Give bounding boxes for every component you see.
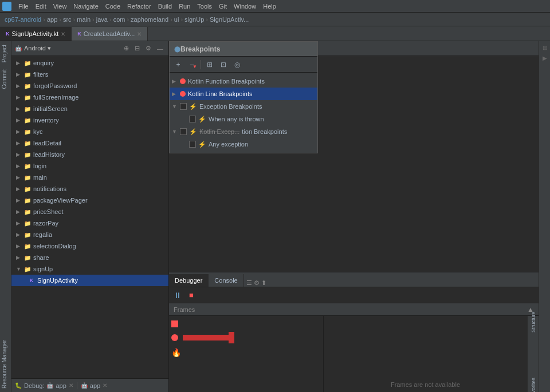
bp-checkbox[interactable] xyxy=(189,116,196,122)
expand-arrow: ▶ xyxy=(16,163,22,169)
tree-item-selectiondialog[interactable]: ▶ 📁 selectionDialog xyxy=(11,240,168,252)
sidebar-right-icon-2[interactable]: ▶ xyxy=(541,54,549,62)
expand-arrow: ▼ xyxy=(172,129,178,134)
tree-item-razorpay[interactable]: ▶ 📁 razorPay xyxy=(11,217,168,229)
project-view-selector[interactable]: Android ▾ xyxy=(24,45,120,52)
bp-any-exception[interactable]: ⚡ Any exception xyxy=(170,138,317,151)
tree-item-login[interactable]: ▶ 📁 login xyxy=(11,160,168,172)
tree-item-leadhistory[interactable]: ▶ 📁 leadHistory xyxy=(11,149,168,160)
commit-panel-label[interactable]: Commit xyxy=(0,66,11,92)
tree-item-signupactivity[interactable]: K SignUpActivity xyxy=(11,275,168,286)
kotlin-file-icon: K xyxy=(77,31,81,37)
tree-item-forgotpassword[interactable]: ▶ 📁 forgotPassword xyxy=(11,80,168,92)
breadcrumb-item[interactable]: java xyxy=(96,16,108,23)
tree-item-notifications[interactable]: ▶ 📁 notifications xyxy=(11,183,168,195)
minimize-icon[interactable]: — xyxy=(155,45,165,53)
tree-item-fullscreenimage[interactable]: ▶ 📁 fullScreenImage xyxy=(11,92,168,103)
breadcrumb-item[interactable]: com xyxy=(113,16,125,23)
gear-icon[interactable]: ⚙ xyxy=(144,44,153,53)
menu-edit[interactable]: Edit xyxy=(32,2,50,11)
jump-to-cursor-btn[interactable]: ⊡ xyxy=(217,59,230,70)
pause-button[interactable]: ⏸ xyxy=(171,290,184,301)
bp-when-any-thrown[interactable]: ⚡ When any is thrown xyxy=(170,113,317,125)
breadcrumb-item[interactable]: app xyxy=(47,16,57,23)
debug-app-tab-2[interactable]: app xyxy=(90,382,100,389)
project-panel-label[interactable]: Project xyxy=(0,41,11,66)
tab-label: CreateLeadActiv... xyxy=(84,30,135,37)
settings-icon[interactable]: ⚙ xyxy=(254,279,260,287)
bp-kotlin-line[interactable]: ▶ Kotlin Line Breakpoints xyxy=(170,88,317,100)
menu-run[interactable]: Run xyxy=(175,2,194,11)
tab-signup-activity[interactable]: K SignUpActivity.kt ✕ xyxy=(0,27,72,41)
frames-section-header: Frames ▲ xyxy=(169,303,539,316)
tree-item-main[interactable]: ▶ 📁 main xyxy=(11,172,168,183)
tree-item-pricesheet[interactable]: ▶ 📁 priceSheet xyxy=(11,206,168,217)
menu-icon[interactable]: ☰ xyxy=(246,279,252,287)
expand-arrow: ▶ xyxy=(16,129,22,134)
favorites-icon[interactable]: Favorites xyxy=(529,385,537,392)
bp-checkbox[interactable] xyxy=(180,128,187,135)
restore-icon[interactable]: ⬆ xyxy=(261,279,266,287)
tree-item-initialscreen[interactable]: ▶ 📁 initialScreen xyxy=(11,103,168,114)
tree-item-leaddetail[interactable]: ▶ 📁 leadDetail xyxy=(11,137,168,149)
bp-checkbox[interactable] xyxy=(180,103,187,110)
debug-close-2[interactable]: ✕ xyxy=(103,382,107,389)
expand-arrow: ▶ xyxy=(16,83,22,89)
tree-item-regalia[interactable]: ▶ 📁 regalia xyxy=(11,229,168,240)
breadcrumb-item[interactable]: cp67-android xyxy=(5,16,41,23)
menu-view[interactable]: View xyxy=(50,2,70,11)
resource-manager-label[interactable]: Resource Manager xyxy=(0,336,11,392)
menu-build[interactable]: Build xyxy=(155,2,175,11)
menu-tools[interactable]: Tools xyxy=(194,2,215,11)
add-breakpoint-btn[interactable]: + xyxy=(172,59,184,70)
add-icon[interactable]: ⊕ xyxy=(122,44,131,53)
exception-icon: ⚡ xyxy=(189,103,197,110)
stop-button[interactable]: ■ xyxy=(185,290,198,301)
tab-close-icon[interactable]: ✕ xyxy=(61,31,65,37)
folder-icon: 📁 xyxy=(23,151,32,159)
tree-item-filters[interactable]: ▶ 📁 filters xyxy=(11,69,168,80)
bp-exception[interactable]: ▼ ⚡ Exception Breakpoints xyxy=(170,100,317,113)
debugger-tab[interactable]: Debugger xyxy=(169,274,209,287)
expand-arrow: ▶ xyxy=(16,175,22,180)
debug-close-1[interactable]: ✕ xyxy=(69,382,73,389)
bp-checkbox[interactable] xyxy=(189,141,196,148)
menu-git[interactable]: Git xyxy=(215,2,230,11)
stop-red-button[interactable] xyxy=(171,320,178,327)
folder-icon: 📁 xyxy=(23,173,32,181)
breadcrumb-item[interactable]: SignUpActiv... xyxy=(210,16,249,23)
breadcrumb-item[interactable]: src xyxy=(63,16,72,23)
breadcrumb-item[interactable]: signUp xyxy=(184,16,204,23)
menu-navigate[interactable]: Navigate xyxy=(70,2,101,11)
tab-createlead[interactable]: K CreateLeadActiv... ✕ xyxy=(72,27,148,41)
console-tab[interactable]: Console xyxy=(209,274,243,287)
view-source-btn[interactable]: ⊞ xyxy=(203,59,216,70)
breadcrumb-item[interactable]: ui xyxy=(174,16,179,23)
tree-item-enquiry[interactable]: ▶ 📁 enquiry xyxy=(11,57,168,69)
structure-icon[interactable]: Structure xyxy=(529,318,537,326)
tree-item-packageviewpager[interactable]: ▶ 📁 packageViewPager xyxy=(11,195,168,206)
bottom-side-icons: Structure Favorites xyxy=(527,316,539,392)
tab-close-icon[interactable]: ✕ xyxy=(137,31,142,37)
folder-icon: 📁 xyxy=(23,162,32,170)
breadcrumb-item[interactable]: zaphomeland xyxy=(131,16,168,23)
enable-btn[interactable]: ◎ xyxy=(231,59,243,70)
bp-kotlin-function[interactable]: ▶ Kotlin Function Breakpoints xyxy=(170,75,317,88)
expand-arrow: ▼ xyxy=(172,104,178,109)
debug-app-tab-1[interactable]: app xyxy=(56,382,66,389)
tree-item-kyc[interactable]: ▶ 📁 kyc xyxy=(11,126,168,137)
breadcrumb-item[interactable]: main xyxy=(77,16,91,23)
tree-item-share[interactable]: ▶ 📁 share xyxy=(11,252,168,263)
tree-item-signup[interactable]: ▼ 📁 signUp xyxy=(11,263,168,275)
menu-refactor[interactable]: Refactor xyxy=(124,2,155,11)
folder-icon: 📁 xyxy=(23,93,32,101)
menu-window[interactable]: Window xyxy=(230,2,260,11)
menu-file[interactable]: File xyxy=(15,2,32,11)
layout-icon[interactable]: ⊟ xyxy=(133,44,142,53)
tree-item-inventory[interactable]: ▶ 📁 inventory xyxy=(11,114,168,126)
sidebar-right-icon-1[interactable]: ⊞ xyxy=(541,43,549,52)
bp-kotlin-exception[interactable]: ▼ ⚡ Kotlin Excep... tion Breakpoints xyxy=(170,125,317,138)
remove-breakpoint-btn[interactable]: − ▼ xyxy=(186,59,198,70)
menu-code[interactable]: Code xyxy=(102,2,124,11)
menu-help[interactable]: Help xyxy=(260,2,280,11)
